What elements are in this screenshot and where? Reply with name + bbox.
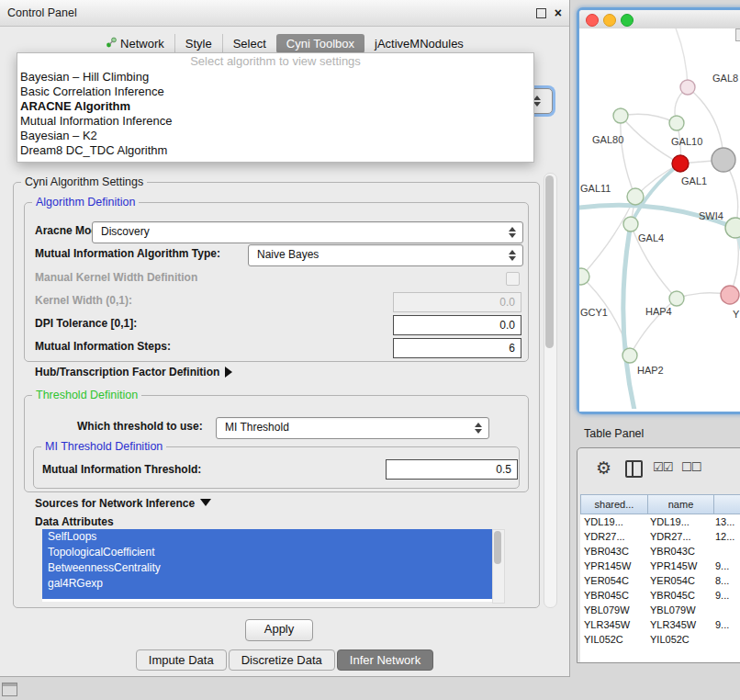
network-node[interactable] [680, 80, 695, 95]
tab-cyni-toolbox[interactable]: Cyni Toolbox [276, 34, 364, 53]
mi-threshold-field[interactable]: 0.5 [386, 459, 518, 480]
kernel-width-field[interactable]: 0.0 [393, 292, 521, 312]
tab-select[interactable]: Select [222, 34, 276, 53]
close-button[interactable] [586, 14, 599, 27]
attribute-item[interactable]: gal4RGexp [42, 576, 503, 592]
tab-infer-network[interactable]: Infer Network [337, 649, 433, 671]
algorithm-option[interactable]: ARACNE Algorithm [17, 99, 533, 114]
tab-discretize-data[interactable]: Discretize Data [229, 649, 335, 671]
tab-jactivemnodules[interactable]: jActiveMNodules [364, 34, 474, 53]
network-node[interactable] [669, 116, 684, 130]
panel-scrollbar-thumb[interactable] [545, 175, 554, 348]
network-node-label: SWI4 [699, 210, 723, 221]
deselect-all-icon[interactable]: ☐☐ [681, 460, 701, 474]
algorithm-option[interactable]: Basic Correlation Inference [17, 85, 533, 99]
algorithm-option[interactable]: Mutual Information Inference [17, 114, 533, 129]
table-row[interactable]: YPR145WYPR145W9... [580, 559, 740, 573]
tab-label: Cyni Toolbox [286, 37, 354, 51]
table-row[interactable]: YDL19...YDL19...13... [580, 514, 740, 529]
minimize-button[interactable] [603, 14, 616, 27]
attribute-item[interactable]: BetweennessCentrality [42, 560, 503, 576]
collapse-right-icon [225, 367, 232, 378]
table-cell: YBL079W [580, 603, 646, 617]
table-cell: YBL079W [646, 603, 712, 617]
table-row[interactable]: YBR043CYBR043C [580, 544, 740, 559]
network-node[interactable] [725, 218, 740, 238]
table-cell: 8... [712, 573, 740, 588]
algorithm-option[interactable]: Bayesian – K2 [17, 129, 533, 143]
table-row[interactable]: YER054CYER054C8... [580, 573, 740, 588]
network-node[interactable] [622, 348, 637, 363]
close-icon[interactable]: × [555, 0, 562, 26]
manual-kernel-label: Manual Kernel Width Definition [35, 271, 197, 284]
threshold-definition-title: Threshold Definition [32, 389, 141, 401]
attribute-item[interactable]: SelfLoops [42, 529, 503, 545]
zoom-button[interactable] [621, 14, 633, 27]
network-node[interactable] [672, 155, 689, 172]
attribute-item[interactable]: TopologicalCoefficient [42, 545, 503, 560]
which-threshold-select[interactable]: MI Threshold [216, 417, 489, 439]
tab-network[interactable]: Network [95, 34, 174, 53]
kernel-width-label: Kernel Width (0,1): [35, 294, 132, 307]
tab-label: Style [185, 37, 212, 51]
control-panel-titlebar: Control Panel × [0, 0, 569, 27]
mi-type-select[interactable]: Naive Bayes [248, 244, 523, 266]
aracne-mode-select[interactable]: Discovery [92, 221, 523, 243]
network-node-label: GCY1 [580, 307, 608, 318]
network-node[interactable] [579, 268, 589, 285]
algorithm-placeholder: Select algorithm to view settings [17, 53, 533, 70]
gear-icon[interactable]: ⚙ [596, 457, 611, 479]
column-header[interactable]: shared... [580, 494, 648, 514]
algorithm-option[interactable]: Dream8 DC_TDC Algorithm [17, 143, 533, 158]
table-row[interactable]: YIL052CYIL052C [580, 632, 740, 647]
table-row[interactable]: YBR045CYBR045C9... [580, 588, 740, 603]
table-cell: 9... [712, 588, 740, 603]
tab-impute-data[interactable]: Impute Data [136, 649, 227, 671]
table-row[interactable]: YDR27...YDR27...12... [580, 529, 740, 544]
table-cell: YBR045C [646, 588, 712, 603]
desktop: Control Panel × NetworkStyleSelectCyni T… [0, 0, 740, 700]
network-node-label: HAP4 [645, 306, 672, 317]
table-cell: YDR27... [646, 529, 712, 544]
birdseye-corner-icon[interactable] [735, 28, 740, 41]
network-node[interactable] [613, 108, 628, 123]
attributes-scrollbar-thumb[interactable] [494, 531, 501, 564]
tab-style[interactable]: Style [174, 34, 222, 53]
columns-icon[interactable] [625, 460, 643, 478]
hub-definition-toggle[interactable]: Hub/Transcription Factor Definition [35, 366, 232, 378]
network-node-label: GAL8 [712, 73, 738, 84]
collapsed-panel-icon[interactable] [2, 683, 17, 696]
float-window-icon[interactable] [536, 8, 546, 18]
data-attributes-list[interactable]: SelfLoopsTopologicalCoefficientBetweenne… [42, 529, 503, 602]
network-node-label: GAL80 [592, 134, 623, 145]
tab-label: Select [233, 37, 266, 51]
table-row[interactable]: YBL079WYBL079W [580, 603, 740, 617]
network-node[interactable] [623, 217, 638, 231]
select-all-icon[interactable]: ☑☑ [653, 460, 672, 474]
table-cell: 9... [712, 617, 740, 632]
attributes-scrollbar[interactable] [492, 529, 505, 604]
network-node[interactable] [627, 188, 644, 205]
algorithm-option[interactable]: Bayesian – Hill Climbing [17, 70, 533, 85]
table-row[interactable]: YLR345WYLR345W9... [580, 617, 740, 632]
column-header[interactable]: name [648, 494, 714, 514]
dpi-tolerance-field[interactable]: 0.0 [393, 315, 521, 335]
apply-button[interactable]: Apply [245, 619, 313, 641]
network-node[interactable] [669, 291, 684, 306]
mi-steps-field[interactable]: 6 [393, 338, 521, 358]
sources-toggle[interactable]: Sources for Network Inference [35, 497, 211, 510]
table-cell: YPR145W [580, 559, 646, 573]
network-canvas[interactable]: GAL8GAL80GAL10GAL11GAL1SWI4GAL4GCY1HAP4Y… [579, 28, 740, 412]
network-edge [621, 116, 635, 197]
network-tab-icon [106, 37, 117, 51]
sources-label: Sources for Network Inference [35, 497, 195, 510]
manual-kernel-checkbox[interactable] [506, 272, 520, 286]
column-header[interactable] [714, 494, 740, 514]
mi-type-value: Naive Bayes [257, 245, 319, 265]
panel-scrollbar[interactable] [544, 173, 557, 608]
network-node[interactable] [721, 286, 739, 304]
table-cell: YLR345W [580, 617, 646, 632]
network-node[interactable] [712, 148, 735, 172]
attribute-item-partial[interactable] [42, 592, 503, 599]
table-cell: YER054C [580, 573, 646, 588]
